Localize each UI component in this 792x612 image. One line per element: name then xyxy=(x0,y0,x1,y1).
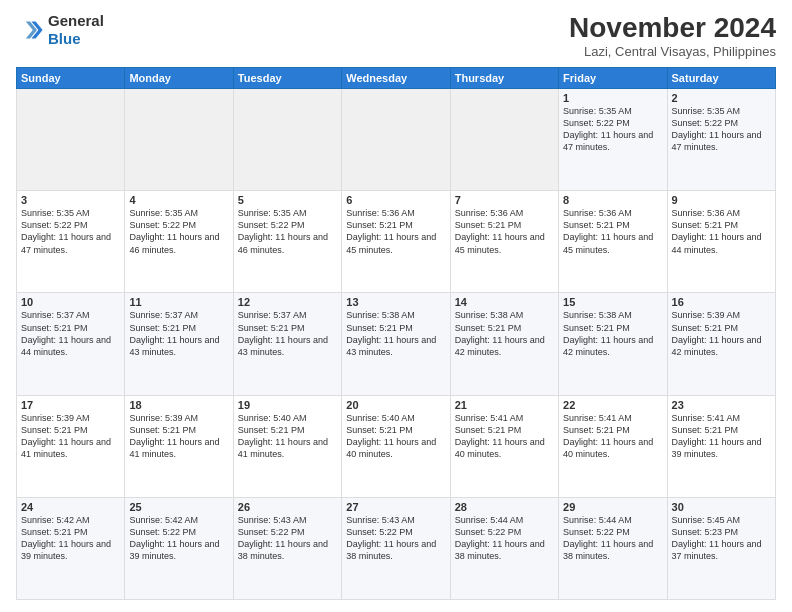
day-info: Sunrise: 5:35 AM Sunset: 5:22 PM Dayligh… xyxy=(21,207,120,256)
header-tuesday: Tuesday xyxy=(233,68,341,89)
cell-3-2: 19Sunrise: 5:40 AM Sunset: 5:21 PM Dayli… xyxy=(233,395,341,497)
day-number: 18 xyxy=(129,399,228,411)
day-info: Sunrise: 5:35 AM Sunset: 5:22 PM Dayligh… xyxy=(129,207,228,256)
cell-4-5: 29Sunrise: 5:44 AM Sunset: 5:22 PM Dayli… xyxy=(559,497,667,599)
cell-0-1 xyxy=(125,89,233,191)
day-number: 28 xyxy=(455,501,554,513)
day-number: 1 xyxy=(563,92,662,104)
day-info: Sunrise: 5:45 AM Sunset: 5:23 PM Dayligh… xyxy=(672,514,771,563)
cell-0-4 xyxy=(450,89,558,191)
header-saturday: Saturday xyxy=(667,68,775,89)
cell-4-0: 24Sunrise: 5:42 AM Sunset: 5:21 PM Dayli… xyxy=(17,497,125,599)
cell-3-6: 23Sunrise: 5:41 AM Sunset: 5:21 PM Dayli… xyxy=(667,395,775,497)
cell-2-5: 15Sunrise: 5:38 AM Sunset: 5:21 PM Dayli… xyxy=(559,293,667,395)
week-row-3: 17Sunrise: 5:39 AM Sunset: 5:21 PM Dayli… xyxy=(17,395,776,497)
cell-4-1: 25Sunrise: 5:42 AM Sunset: 5:22 PM Dayli… xyxy=(125,497,233,599)
day-info: Sunrise: 5:42 AM Sunset: 5:22 PM Dayligh… xyxy=(129,514,228,563)
day-info: Sunrise: 5:35 AM Sunset: 5:22 PM Dayligh… xyxy=(238,207,337,256)
day-info: Sunrise: 5:43 AM Sunset: 5:22 PM Dayligh… xyxy=(238,514,337,563)
day-number: 22 xyxy=(563,399,662,411)
logo-text: General Blue xyxy=(48,12,104,48)
day-number: 20 xyxy=(346,399,445,411)
day-info: Sunrise: 5:44 AM Sunset: 5:22 PM Dayligh… xyxy=(455,514,554,563)
day-number: 12 xyxy=(238,296,337,308)
cell-3-4: 21Sunrise: 5:41 AM Sunset: 5:21 PM Dayli… xyxy=(450,395,558,497)
cell-3-0: 17Sunrise: 5:39 AM Sunset: 5:21 PM Dayli… xyxy=(17,395,125,497)
day-number: 21 xyxy=(455,399,554,411)
day-info: Sunrise: 5:35 AM Sunset: 5:22 PM Dayligh… xyxy=(563,105,662,154)
cell-2-0: 10Sunrise: 5:37 AM Sunset: 5:21 PM Dayli… xyxy=(17,293,125,395)
day-info: Sunrise: 5:43 AM Sunset: 5:22 PM Dayligh… xyxy=(346,514,445,563)
day-info: Sunrise: 5:35 AM Sunset: 5:22 PM Dayligh… xyxy=(672,105,771,154)
day-info: Sunrise: 5:39 AM Sunset: 5:21 PM Dayligh… xyxy=(21,412,120,461)
cell-4-4: 28Sunrise: 5:44 AM Sunset: 5:22 PM Dayli… xyxy=(450,497,558,599)
day-info: Sunrise: 5:40 AM Sunset: 5:21 PM Dayligh… xyxy=(238,412,337,461)
day-info: Sunrise: 5:39 AM Sunset: 5:21 PM Dayligh… xyxy=(672,309,771,358)
cell-1-6: 9Sunrise: 5:36 AM Sunset: 5:21 PM Daylig… xyxy=(667,191,775,293)
cell-2-1: 11Sunrise: 5:37 AM Sunset: 5:21 PM Dayli… xyxy=(125,293,233,395)
day-info: Sunrise: 5:38 AM Sunset: 5:21 PM Dayligh… xyxy=(563,309,662,358)
header-wednesday: Wednesday xyxy=(342,68,450,89)
cell-0-2 xyxy=(233,89,341,191)
cell-3-1: 18Sunrise: 5:39 AM Sunset: 5:21 PM Dayli… xyxy=(125,395,233,497)
header: General Blue November 2024 Lazi, Central… xyxy=(16,12,776,59)
logo-line1: General xyxy=(48,12,104,30)
calendar-header-row: Sunday Monday Tuesday Wednesday Thursday… xyxy=(17,68,776,89)
cell-2-3: 13Sunrise: 5:38 AM Sunset: 5:21 PM Dayli… xyxy=(342,293,450,395)
cell-0-6: 2Sunrise: 5:35 AM Sunset: 5:22 PM Daylig… xyxy=(667,89,775,191)
day-number: 16 xyxy=(672,296,771,308)
day-number: 5 xyxy=(238,194,337,206)
day-info: Sunrise: 5:44 AM Sunset: 5:22 PM Dayligh… xyxy=(563,514,662,563)
header-friday: Friday xyxy=(559,68,667,89)
subtitle: Lazi, Central Visayas, Philippines xyxy=(569,44,776,59)
day-number: 4 xyxy=(129,194,228,206)
day-info: Sunrise: 5:38 AM Sunset: 5:21 PM Dayligh… xyxy=(346,309,445,358)
day-info: Sunrise: 5:40 AM Sunset: 5:21 PM Dayligh… xyxy=(346,412,445,461)
day-number: 25 xyxy=(129,501,228,513)
day-number: 13 xyxy=(346,296,445,308)
day-info: Sunrise: 5:36 AM Sunset: 5:21 PM Dayligh… xyxy=(672,207,771,256)
day-number: 17 xyxy=(21,399,120,411)
day-info: Sunrise: 5:41 AM Sunset: 5:21 PM Dayligh… xyxy=(563,412,662,461)
cell-3-5: 22Sunrise: 5:41 AM Sunset: 5:21 PM Dayli… xyxy=(559,395,667,497)
week-row-1: 3Sunrise: 5:35 AM Sunset: 5:22 PM Daylig… xyxy=(17,191,776,293)
day-number: 10 xyxy=(21,296,120,308)
day-info: Sunrise: 5:41 AM Sunset: 5:21 PM Dayligh… xyxy=(672,412,771,461)
cell-1-4: 7Sunrise: 5:36 AM Sunset: 5:21 PM Daylig… xyxy=(450,191,558,293)
header-sunday: Sunday xyxy=(17,68,125,89)
week-row-0: 1Sunrise: 5:35 AM Sunset: 5:22 PM Daylig… xyxy=(17,89,776,191)
cell-1-0: 3Sunrise: 5:35 AM Sunset: 5:22 PM Daylig… xyxy=(17,191,125,293)
day-info: Sunrise: 5:36 AM Sunset: 5:21 PM Dayligh… xyxy=(346,207,445,256)
day-number: 24 xyxy=(21,501,120,513)
cell-2-2: 12Sunrise: 5:37 AM Sunset: 5:21 PM Dayli… xyxy=(233,293,341,395)
cell-4-6: 30Sunrise: 5:45 AM Sunset: 5:23 PM Dayli… xyxy=(667,497,775,599)
logo-line2: Blue xyxy=(48,30,104,48)
cell-1-1: 4Sunrise: 5:35 AM Sunset: 5:22 PM Daylig… xyxy=(125,191,233,293)
day-info: Sunrise: 5:41 AM Sunset: 5:21 PM Dayligh… xyxy=(455,412,554,461)
day-number: 19 xyxy=(238,399,337,411)
cell-1-5: 8Sunrise: 5:36 AM Sunset: 5:21 PM Daylig… xyxy=(559,191,667,293)
day-number: 11 xyxy=(129,296,228,308)
day-info: Sunrise: 5:36 AM Sunset: 5:21 PM Dayligh… xyxy=(563,207,662,256)
day-number: 29 xyxy=(563,501,662,513)
day-number: 7 xyxy=(455,194,554,206)
cell-0-3 xyxy=(342,89,450,191)
cell-0-0 xyxy=(17,89,125,191)
day-number: 9 xyxy=(672,194,771,206)
day-info: Sunrise: 5:36 AM Sunset: 5:21 PM Dayligh… xyxy=(455,207,554,256)
day-number: 30 xyxy=(672,501,771,513)
day-info: Sunrise: 5:37 AM Sunset: 5:21 PM Dayligh… xyxy=(129,309,228,358)
day-number: 8 xyxy=(563,194,662,206)
logo-icon xyxy=(16,16,44,44)
header-monday: Monday xyxy=(125,68,233,89)
cell-2-6: 16Sunrise: 5:39 AM Sunset: 5:21 PM Dayli… xyxy=(667,293,775,395)
day-number: 15 xyxy=(563,296,662,308)
header-thursday: Thursday xyxy=(450,68,558,89)
logo: General Blue xyxy=(16,12,104,48)
cell-0-5: 1Sunrise: 5:35 AM Sunset: 5:22 PM Daylig… xyxy=(559,89,667,191)
cell-3-3: 20Sunrise: 5:40 AM Sunset: 5:21 PM Dayli… xyxy=(342,395,450,497)
day-number: 14 xyxy=(455,296,554,308)
day-info: Sunrise: 5:37 AM Sunset: 5:21 PM Dayligh… xyxy=(238,309,337,358)
day-info: Sunrise: 5:38 AM Sunset: 5:21 PM Dayligh… xyxy=(455,309,554,358)
page: General Blue November 2024 Lazi, Central… xyxy=(0,0,792,612)
